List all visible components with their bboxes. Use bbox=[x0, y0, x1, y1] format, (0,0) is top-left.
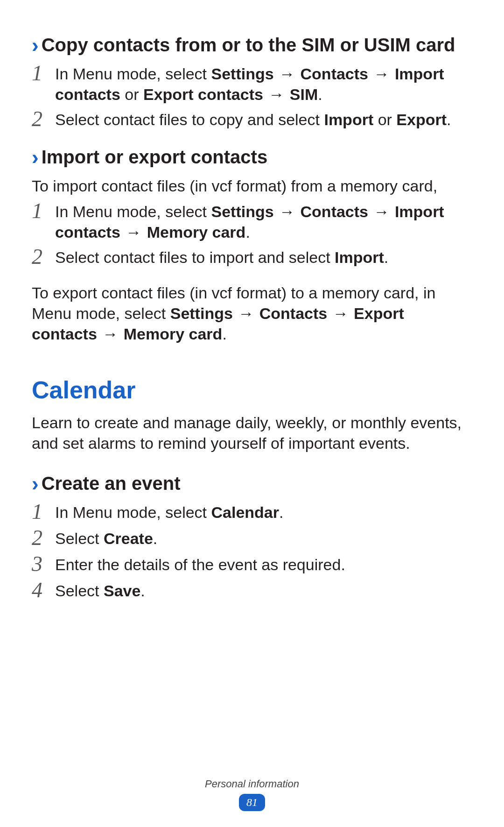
step: 2 Select contact files to copy and selec… bbox=[32, 109, 472, 131]
chevron-icon: › bbox=[32, 147, 39, 168]
step: 1 In Menu mode, select Settings → Contac… bbox=[32, 201, 472, 242]
page-number: 81 bbox=[239, 794, 265, 811]
footer-label: Personal information bbox=[0, 778, 504, 791]
step: 2 Select contact files to import and sel… bbox=[32, 247, 472, 269]
chevron-icon: › bbox=[32, 35, 39, 56]
step-body: In Menu mode, select Settings → Contacts… bbox=[55, 64, 472, 105]
heading-text: Create an event bbox=[42, 471, 181, 495]
step-number: 2 bbox=[32, 527, 48, 549]
step-number: 3 bbox=[32, 553, 48, 575]
step-body: In Menu mode, select Calendar. bbox=[55, 502, 472, 523]
step-number: 2 bbox=[32, 108, 48, 130]
step: 1 In Menu mode, select Settings → Contac… bbox=[32, 64, 472, 105]
steps-create-event: 1 In Menu mode, select Calendar. 2 Selec… bbox=[32, 502, 472, 602]
step-body: In Menu mode, select Settings → Contacts… bbox=[55, 201, 472, 242]
step-number: 2 bbox=[32, 246, 48, 268]
heading-text: Copy contacts from or to the SIM or USIM… bbox=[42, 33, 455, 57]
step: 2 Select Create. bbox=[32, 528, 472, 550]
step-body: Select contact files to import and selec… bbox=[55, 247, 472, 268]
step-body: Enter the details of the event as requir… bbox=[55, 554, 472, 575]
step-number: 1 bbox=[32, 63, 48, 84]
calendar-intro: Learn to create and manage daily, weekly… bbox=[32, 412, 472, 453]
heading-create-event: › Create an event bbox=[32, 471, 472, 495]
page-footer: Personal information 81 bbox=[0, 778, 504, 811]
heading-calendar: Calendar bbox=[32, 375, 472, 406]
steps-import: 1 In Menu mode, select Settings → Contac… bbox=[32, 201, 472, 269]
export-paragraph: To export contact files (in vcf format) … bbox=[32, 283, 472, 345]
step: 4 Select Save. bbox=[32, 580, 472, 602]
step-number: 1 bbox=[32, 501, 48, 523]
step-number: 1 bbox=[32, 200, 48, 222]
step: 1 In Menu mode, select Calendar. bbox=[32, 502, 472, 523]
heading-import-export: › Import or export contacts bbox=[32, 145, 472, 169]
heading-copy-contacts: › Copy contacts from or to the SIM or US… bbox=[32, 33, 472, 57]
intro-text: To import contact files (in vcf format) … bbox=[32, 176, 472, 196]
step-body: Select Create. bbox=[55, 528, 472, 549]
step: 3 Enter the details of the event as requ… bbox=[32, 554, 472, 576]
heading-text: Import or export contacts bbox=[42, 145, 268, 169]
step-number: 4 bbox=[32, 580, 48, 601]
chevron-icon: › bbox=[32, 474, 39, 494]
steps-copy-contacts: 1 In Menu mode, select Settings → Contac… bbox=[32, 64, 472, 131]
step-body: Select contact files to copy and select … bbox=[55, 109, 472, 130]
step-body: Select Save. bbox=[55, 580, 472, 601]
